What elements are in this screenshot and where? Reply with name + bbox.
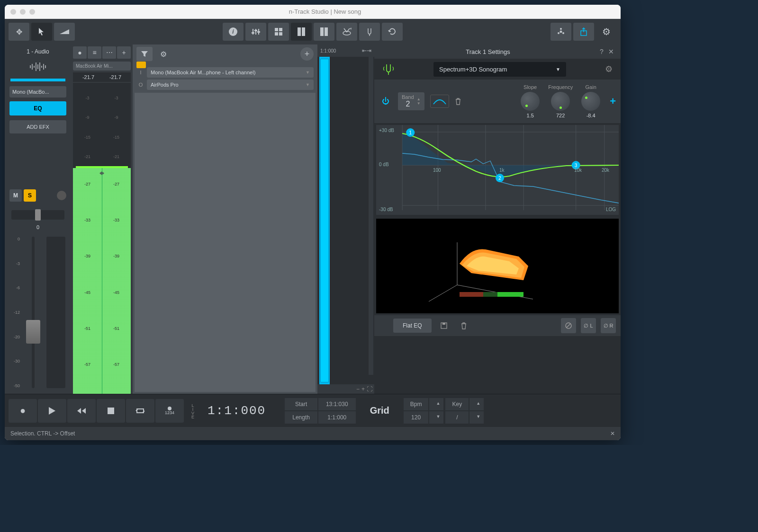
band-selector[interactable]: Band 2 ▲▼ <box>398 92 424 110</box>
time-display[interactable]: 1:1:000 <box>198 404 275 418</box>
tuning-fork-icon <box>366 27 373 36</box>
add-efx-button[interactable]: ADD EFX <box>9 120 66 133</box>
flat-eq-button[interactable]: Flat EQ <box>393 319 432 333</box>
svg-rect-6 <box>275 28 278 31</box>
timeline-body[interactable] <box>317 57 374 384</box>
panel-gear-button[interactable]: ⚙ <box>602 64 616 74</box>
settings-button[interactable]: ⚙ <box>596 23 617 41</box>
eq-graph[interactable]: 1 2 3 +30 dB 0 dB -30 dB 100 1k 10k 20k … <box>376 125 619 215</box>
add-track-button[interactable]: + <box>300 47 314 61</box>
db-mid-label: 0 dB <box>379 162 389 167</box>
stop-button[interactable] <box>97 399 125 423</box>
length-value[interactable]: 1:1:000 <box>318 411 356 424</box>
close-panel-button[interactable]: ✕ <box>606 47 616 56</box>
record-channel-button[interactable]: ● <box>73 46 87 59</box>
bpm-value[interactable]: 120 <box>404 411 429 424</box>
track-title: 1 - Audio <box>7 46 69 57</box>
record-button[interactable]: ● <box>9 399 37 423</box>
svg-text:2: 2 <box>498 176 501 181</box>
settings-panel: Track 1 Settings ? ✕ Spectrum+3D Sonogra… <box>374 44 621 394</box>
eq-footer: Flat EQ ∅ L ∅ R <box>374 315 621 336</box>
start-value[interactable]: 13:1:030 <box>318 398 356 410</box>
zoom-out-button[interactable]: − <box>356 386 360 392</box>
add-band-button[interactable]: + <box>610 95 616 107</box>
grid-view-button[interactable] <box>268 23 289 41</box>
status-close-button[interactable]: ✕ <box>610 430 615 437</box>
volume-fader[interactable] <box>24 237 43 388</box>
pan-slider[interactable] <box>11 210 64 220</box>
share-button[interactable] <box>573 23 594 41</box>
eq-button[interactable]: EQ <box>9 101 66 115</box>
tuner-button[interactable] <box>359 23 380 41</box>
bpm-up-button[interactable]: ▲ <box>429 398 443 410</box>
svg-line-50 <box>429 285 457 301</box>
svg-rect-9 <box>279 32 282 35</box>
filter-button[interactable] <box>136 47 153 61</box>
close-window-button[interactable] <box>10 9 16 15</box>
loop-button[interactable] <box>126 399 154 423</box>
filter-shape-button[interactable] <box>430 95 449 108</box>
phase-l-button[interactable]: ∅ L <box>581 318 596 333</box>
center-gear-button[interactable]: ⚙ <box>155 47 171 61</box>
length-label: Length <box>285 411 317 424</box>
envelope-tool-button[interactable] <box>54 23 75 41</box>
scrollbar-vertical[interactable] <box>369 57 373 375</box>
pointer-tool-button[interactable] <box>31 23 52 41</box>
zoom-in-button[interactable]: + <box>361 386 365 392</box>
delete-band-button[interactable] <box>455 98 461 105</box>
more-button[interactable]: ⋯ <box>102 46 116 59</box>
grid-button[interactable]: Grid <box>356 405 404 416</box>
output-select[interactable]: AirPods Pro▼ <box>147 80 314 90</box>
record-arm-button[interactable] <box>57 191 66 200</box>
solo-button[interactable]: S <box>24 189 36 202</box>
pan-handle[interactable] <box>35 209 41 221</box>
key-up-button[interactable]: ▲ <box>469 398 484 410</box>
move-tool-button[interactable]: ✥ <box>9 23 29 41</box>
frequency-knob[interactable] <box>551 92 570 111</box>
info-button[interactable]: i <box>223 23 244 41</box>
input-select[interactable]: Mono (MacBook Air M...phone - Left chann… <box>147 67 314 78</box>
bpm-down-button[interactable]: ▼ <box>429 411 443 424</box>
svg-rect-51 <box>460 292 483 297</box>
view2-button[interactable] <box>314 23 334 41</box>
delete-preset-button[interactable] <box>456 318 471 333</box>
minimize-window-button[interactable] <box>20 9 26 15</box>
view-mode-dropdown[interactable]: Spectrum+3D Sonogram ▼ <box>433 62 566 77</box>
list-button[interactable]: ≡ <box>88 46 101 59</box>
play-button[interactable] <box>38 399 66 423</box>
key-value[interactable]: / <box>445 411 469 424</box>
cluster-button[interactable] <box>550 23 571 41</box>
bypass-button[interactable] <box>561 318 576 333</box>
mute-button[interactable]: M <box>9 189 22 202</box>
fit-icon[interactable]: ⇤⇥ <box>362 47 371 54</box>
svg-rect-13 <box>320 27 324 36</box>
mixer-panel: ● ≡ ⋯ + MacBook Air Mi... -21.7-21.7 -3-… <box>71 44 133 394</box>
sonogram-3d[interactable] <box>376 219 619 313</box>
svg-rect-11 <box>302 27 305 36</box>
help-button[interactable]: ? <box>597 47 606 56</box>
fullscreen-button[interactable]: ⛶ <box>367 386 372 392</box>
refresh-button[interactable] <box>382 23 403 41</box>
band-down-button[interactable]: ▼ <box>417 101 421 106</box>
rewind-button[interactable] <box>67 399 96 423</box>
fader-handle[interactable] <box>26 320 40 344</box>
frequency-label: Frequency <box>548 84 573 90</box>
eq-power-button[interactable]: ⏻ <box>379 95 392 108</box>
mixer-button[interactable] <box>245 23 266 41</box>
input-dropdown[interactable]: Mono (MacBo... <box>9 86 66 98</box>
audio-clip[interactable] <box>319 57 330 384</box>
band-up-button[interactable]: ▲ <box>417 97 421 101</box>
drums-button[interactable]: + <box>336 23 357 41</box>
slope-knob[interactable] <box>521 92 540 111</box>
add-button[interactable]: + <box>117 46 131 59</box>
key-down-button[interactable]: ▼ <box>469 411 484 424</box>
gain-knob[interactable] <box>581 92 600 111</box>
gear-icon: ⚙ <box>160 50 167 59</box>
svg-rect-7 <box>279 28 282 31</box>
maximize-window-button[interactable] <box>29 9 35 15</box>
metronome-button[interactable]: 1234 <box>155 399 184 423</box>
save-preset-button[interactable] <box>436 318 451 333</box>
view1-button[interactable] <box>291 23 312 41</box>
phase-r-button[interactable]: ∅ R <box>601 318 616 333</box>
channel-input-dropdown[interactable]: MacBook Air Mi... <box>73 62 131 71</box>
